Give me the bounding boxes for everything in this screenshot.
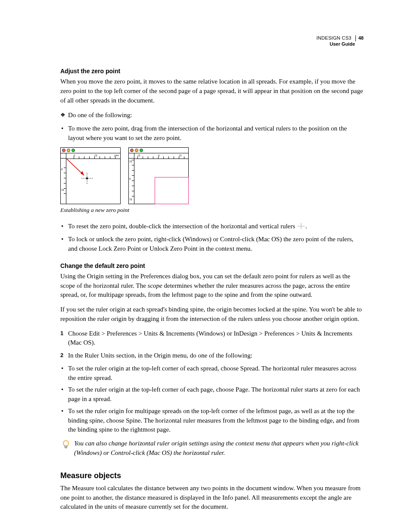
do-one-of-following: Do one of the following: — [60, 111, 364, 120]
change-default-p1: Using the Origin setting in the Preferen… — [60, 272, 364, 300]
step-2: In the Ruler Units section, in the Origi… — [60, 351, 364, 361]
figure-caption: Establishing a new zero point — [60, 206, 364, 215]
bullet-move-zero-point: To move the zero point, drag from the in… — [60, 124, 364, 143]
bullet-spread: To set the ruler origin at the top-left … — [60, 364, 364, 383]
figure-window-right: 72 0 72 72 — [128, 147, 189, 204]
heading-measure-objects: Measure objects — [60, 470, 364, 481]
change-default-p2: If you set the ruler origin at each spre… — [60, 305, 364, 324]
figure-window-left: 0 72 144 0 72 — [60, 147, 121, 204]
figure-zero-point: 0 72 144 0 72 — [60, 147, 364, 204]
ruler-label: 72 — [129, 160, 132, 164]
bullet-reset-zero-point: To reset the zero point, double-click th… — [60, 222, 364, 232]
ruler-label: 72 — [129, 198, 132, 202]
adjust-intro: When you move the zero point, it moves t… — [60, 77, 364, 105]
ruler-label: 0 — [129, 177, 131, 181]
ruler-intersection-icon — [298, 223, 305, 232]
ruler-label: 72 — [94, 154, 97, 158]
zoom-icon — [72, 149, 75, 152]
svg-rect-4 — [86, 177, 88, 179]
ruler-label: 0 — [61, 168, 62, 171]
minimize-icon — [67, 149, 70, 152]
lightbulb-icon — [62, 440, 70, 452]
crosshair-icon — [81, 173, 93, 184]
measure-objects-p1: The Measure tool calculates the distance… — [60, 484, 364, 512]
page-outline — [155, 177, 189, 204]
bullet-page: To set the ruler origin at the top-left … — [60, 385, 364, 404]
heading-change-default-zero-point: Change the default zero point — [60, 261, 364, 270]
product-name: INDESIGN CS3 — [316, 35, 351, 40]
ruler-label: 72 — [137, 154, 140, 158]
bullet-lock-zero-point: To lock or unlock the zero point, right-… — [60, 235, 364, 254]
ruler-label: 72 — [61, 188, 64, 192]
svg-point-7 — [63, 441, 68, 446]
guide-label: User Guide — [316, 41, 364, 47]
running-header: INDESIGN CS3 48 User Guide — [316, 35, 364, 47]
minimize-icon — [135, 149, 138, 152]
step-1: Choose Edit > Preferences > Units & Incr… — [60, 329, 364, 348]
tip-text: You can also change horizontal ruler ori… — [74, 439, 364, 458]
tip-block: You can also change horizontal ruler ori… — [62, 439, 364, 458]
close-icon — [62, 149, 65, 152]
heading-adjust-zero-point: Adjust the zero point — [60, 67, 364, 75]
page-number: 48 — [355, 35, 364, 41]
ruler-label: 72 — [179, 154, 182, 158]
bullet-spine: To set the ruler origin for multipage sp… — [60, 407, 364, 435]
zoom-icon — [140, 149, 143, 152]
close-icon — [130, 149, 134, 152]
